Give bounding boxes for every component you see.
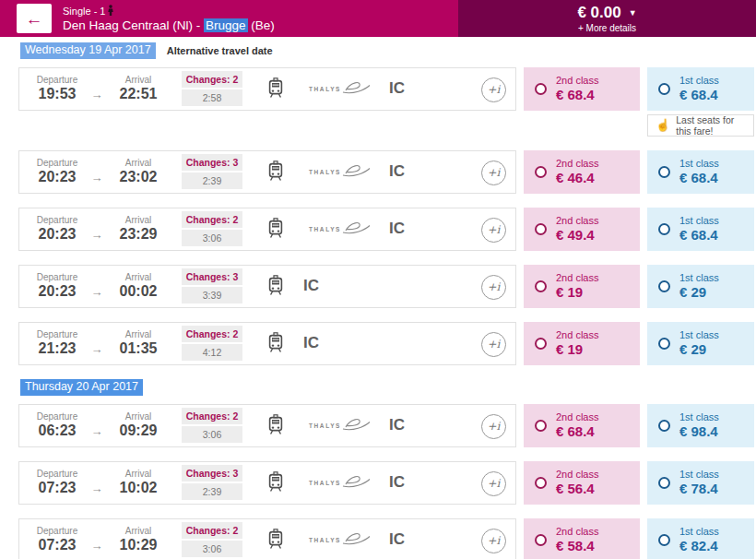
second-class-fare: 2nd class € 46.4: [556, 158, 598, 185]
arrow-right-icon: →: [86, 285, 108, 299]
first-class-price: € 68.4: [679, 227, 719, 243]
first-class-price: € 29: [679, 284, 719, 300]
radio-2nd-class[interactable]: [535, 280, 547, 292]
second-class-option[interactable]: 2nd class € 68.4: [524, 67, 640, 111]
second-class-option[interactable]: 2nd class € 19: [524, 322, 640, 365]
journey-row: Departure Arrival 07:23 → 10:29 Changes:…: [18, 518, 756, 559]
first-class-option[interactable]: 1st class € 68.4: [647, 208, 754, 251]
info-icon: +i: [488, 280, 501, 293]
second-class-option[interactable]: 2nd class € 19: [524, 265, 640, 308]
arrow-right-icon: →: [86, 171, 108, 184]
back-button[interactable]: ←: [17, 4, 52, 33]
last-seats-text: Last seats for this fare!: [676, 114, 746, 137]
radio-2nd-class[interactable]: [535, 223, 547, 235]
radio-2nd-class[interactable]: [535, 420, 547, 432]
second-class-option[interactable]: 2nd class € 56.4: [524, 461, 640, 505]
first-class-option[interactable]: 1st class € 82.4: [647, 518, 754, 559]
radio-2nd-class[interactable]: [535, 338, 547, 350]
arrow-right-icon: →: [86, 342, 108, 356]
route-suffix: (Be): [248, 18, 275, 32]
app-header: ← Single - 1 Den Haag Centraal (Nl) - Br…: [0, 0, 756, 37]
first-class-option[interactable]: 1st class € 29: [647, 322, 754, 365]
radio-1st-class[interactable]: [658, 477, 670, 489]
transport-modes: THALYS IC: [266, 414, 405, 436]
date-section-header: Thursday 20 Apr 2017: [20, 379, 754, 396]
radio-1st-class[interactable]: [658, 534, 670, 546]
first-class-option[interactable]: 1st class € 68.4: [647, 150, 754, 194]
journey-card: Departure Arrival 06:23 → 09:29 Changes:…: [18, 404, 516, 447]
radio-1st-class[interactable]: [658, 223, 670, 235]
transport-modes: THALYS IC: [266, 218, 405, 240]
second-class-option[interactable]: 2nd class € 46.4: [524, 150, 640, 194]
radio-2nd-class[interactable]: [535, 166, 547, 178]
first-class-option[interactable]: 1st class € 29: [647, 265, 754, 308]
departure-time: 21:23: [29, 340, 86, 357]
radio-1st-class[interactable]: [658, 83, 670, 95]
journey-times: Departure Arrival 19:53 → 22:51: [29, 75, 169, 102]
basket-summary[interactable]: € 0.00 ▼ + More details: [458, 0, 756, 37]
arrival-time: 00:02: [108, 283, 169, 300]
radio-2nd-class[interactable]: [535, 534, 547, 546]
alternative-travel-date-link[interactable]: Alternative travel date: [167, 45, 273, 56]
journey-times: Departure Arrival 07:23 → 10:29: [29, 526, 169, 553]
info-icon: +i: [488, 223, 501, 236]
second-class-fare: 2nd class € 68.4: [556, 75, 598, 102]
thalys-swoosh-icon: [341, 80, 371, 97]
radio-2nd-class[interactable]: [535, 477, 547, 489]
info-button[interactable]: +i: [481, 471, 506, 496]
first-class-label: 1st class: [679, 469, 719, 480]
first-class-column: 1st class € 29: [647, 265, 754, 308]
info-button[interactable]: +i: [481, 77, 506, 102]
second-class-option[interactable]: 2nd class € 49.4: [524, 208, 640, 251]
radio-2nd-class[interactable]: [535, 83, 547, 95]
route-title: Den Haag Centraal (Nl) - Brugge (Be): [63, 18, 275, 32]
radio-1st-class[interactable]: [658, 280, 670, 292]
radio-1st-class[interactable]: [658, 338, 670, 350]
second-class-option[interactable]: 2nd class € 58.4: [524, 518, 640, 559]
info-button[interactable]: +i: [481, 275, 506, 300]
info-icon: +i: [488, 166, 501, 179]
journey-card: Departure Arrival 20:23 → 23:02 Changes:…: [18, 150, 516, 194]
train-type-ic: IC: [389, 79, 405, 98]
first-class-fare: 1st class € 29: [679, 329, 719, 357]
departure-label: Departure: [29, 469, 86, 479]
train-icon: [266, 471, 285, 494]
train-type-ic: IC: [389, 416, 405, 434]
journey-duration: 2:39: [182, 172, 242, 189]
arrival-time: 09:29: [108, 422, 169, 439]
info-button[interactable]: +i: [481, 161, 506, 185]
journey-duration: 2:39: [182, 483, 242, 500]
journey-duration: 3:06: [182, 541, 242, 557]
journey-row: Departure Arrival 20:23 → 00:02 Changes:…: [18, 265, 756, 308]
departure-time: 20:23: [29, 226, 86, 243]
info-button[interactable]: +i: [481, 218, 506, 243]
journey-row: Departure Arrival 19:53 → 22:51 Changes:…: [18, 67, 756, 137]
thalys-wordmark: THALYS: [309, 226, 341, 232]
train-icon: [266, 275, 285, 297]
radio-1st-class[interactable]: [658, 420, 670, 432]
first-class-fare: 1st class € 98.4: [679, 411, 719, 439]
radio-1st-class[interactable]: [658, 166, 670, 178]
second-class-option[interactable]: 2nd class € 68.4: [524, 404, 640, 447]
info-icon: +i: [488, 477, 501, 490]
info-button[interactable]: +i: [481, 332, 506, 357]
first-class-option[interactable]: 1st class € 98.4: [647, 404, 754, 447]
info-button[interactable]: +i: [481, 414, 506, 439]
journey-times: Departure Arrival 20:23 → 00:02: [29, 272, 169, 300]
more-details-link[interactable]: + More details: [578, 23, 636, 33]
second-class-label: 2nd class: [556, 469, 598, 480]
second-class-label: 2nd class: [556, 329, 598, 340]
second-class-fare: 2nd class € 19: [556, 272, 598, 300]
first-class-fare: 1st class € 68.4: [679, 75, 719, 102]
info-button[interactable]: +i: [481, 529, 506, 553]
train-type-ic: IC: [303, 334, 319, 352]
transport-modes: THALYS IC: [266, 471, 405, 494]
first-class-option[interactable]: 1st class € 68.4: [647, 67, 754, 111]
departure-time: 07:23: [29, 537, 86, 553]
basket-total[interactable]: € 0.00 ▼: [577, 4, 636, 22]
trip-info: Single - 1 Den Haag Centraal (Nl) - Brug…: [63, 5, 275, 32]
departure-time: 19:53: [29, 86, 86, 102]
arrival-label: Arrival: [108, 158, 169, 168]
first-class-option[interactable]: 1st class € 78.4: [647, 461, 754, 505]
changes-box: Changes: 3 2:39: [182, 154, 242, 189]
